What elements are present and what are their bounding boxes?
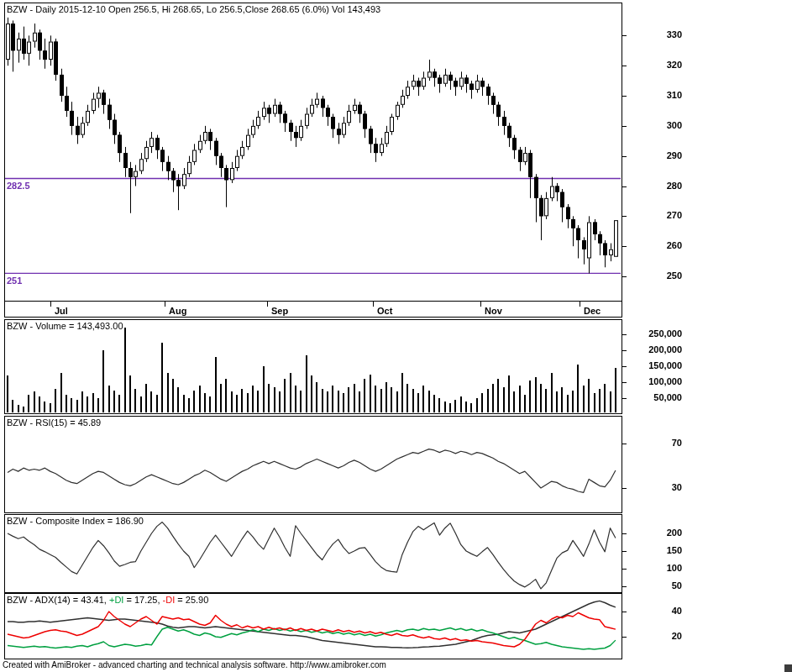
support-line-label-upper: 282.5 — [7, 181, 30, 191]
rsi-pane-title: BZW - RSI(15) = 45.89 — [7, 417, 101, 428]
axis-label: 250,000 — [628, 328, 682, 339]
month-label: Nov — [485, 306, 502, 316]
axis-label: 270 — [628, 210, 682, 220]
axis-label: 50,000 — [628, 392, 682, 402]
volume-pane-title: BZW - Volume = 143,493.00 — [7, 321, 123, 331]
amibroker-chart-window: BZW - Daily 2015-12-10 Open 256.5, Hi 26… — [0, 0, 792, 672]
axis-label: 330 — [628, 29, 682, 39]
axis-label: 40 — [628, 606, 682, 616]
price-pane-title: BZW - Daily 2015-12-10 Open 256.5, Hi 26… — [7, 4, 380, 14]
minus-di-label: -DI — [163, 595, 176, 605]
support-line-label-lower: 251 — [7, 276, 22, 286]
plus-di-label: +DI — [109, 595, 123, 605]
adx-pane-title: BZW - ADX(14) = 43.41, +DI = 17.25, -DI … — [7, 595, 208, 605]
axis-label: 280 — [628, 181, 682, 191]
axis-label: 320 — [628, 60, 682, 70]
month-label: Oct — [377, 306, 392, 316]
axis-label: 200,000 — [628, 344, 682, 354]
axis-label: 30 — [628, 482, 682, 492]
axis-label: 20 — [628, 631, 682, 641]
month-label: Sep — [271, 306, 288, 316]
plus-di-value: = 17.25, — [123, 595, 162, 605]
axis-label: 70 — [628, 438, 682, 448]
axis-label: 300 — [628, 120, 682, 130]
composite-pane-title: BZW - Composite Index = 186.90 — [7, 516, 144, 526]
axis-label: 150 — [628, 545, 682, 555]
axis-label: 250 — [628, 270, 682, 281]
minus-di-value: = 25.90 — [175, 595, 208, 605]
axis-label: 100 — [628, 563, 682, 573]
axis-label: 310 — [628, 90, 682, 100]
footer-credit: Created with AmiBroker - advanced charti… — [3, 660, 386, 669]
adx-title-main: BZW - ADX(14) = 43.41, — [7, 595, 109, 605]
month-label: Dec — [584, 306, 601, 316]
axis-label: 260 — [628, 240, 682, 250]
resize-grip[interactable] — [784, 664, 792, 672]
axis-label: 200 — [628, 528, 682, 538]
axis-label: 50 — [628, 580, 682, 591]
axis-label: 150,000 — [628, 360, 682, 370]
month-label: Aug — [169, 306, 186, 316]
month-label: Jul — [55, 306, 68, 316]
axis-label: 290 — [628, 150, 682, 160]
axis-label: 100,000 — [628, 376, 682, 386]
